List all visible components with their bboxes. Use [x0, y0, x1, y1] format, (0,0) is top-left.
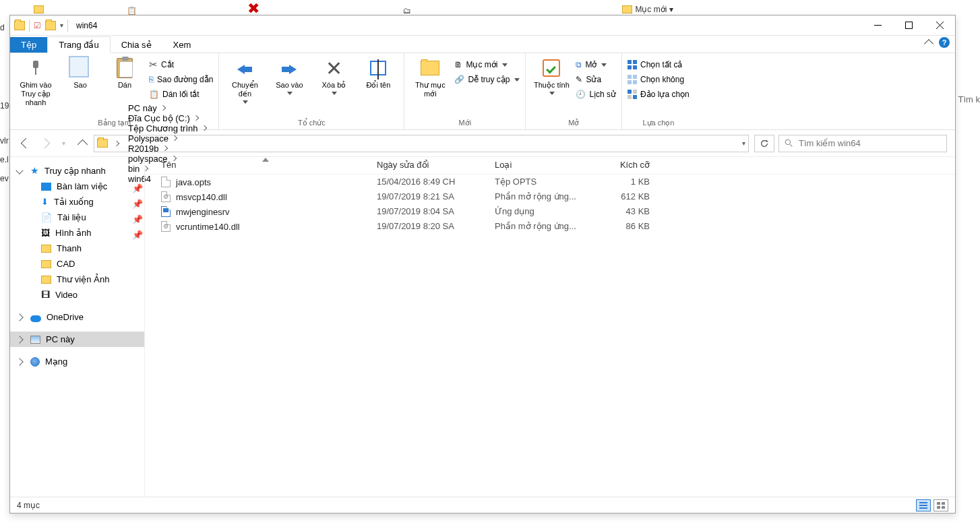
up-button[interactable]	[75, 136, 90, 151]
address-bar-row: ▾ PC nàyĐĩa Cục bộ (C:)Tệp Chương trìnhP…	[10, 130, 955, 157]
open-button[interactable]: ⧉Mở	[576, 57, 616, 72]
history-button[interactable]: 🕘Lịch sử	[576, 87, 616, 102]
recent-dropdown[interactable]: ▾	[56, 136, 71, 151]
cut-button[interactable]: ✂Cắt	[149, 57, 213, 72]
collapse-ribbon-icon[interactable]	[924, 39, 933, 49]
tab-file[interactable]: Tệp	[10, 37, 47, 53]
tab-view[interactable]: Xem	[162, 37, 202, 53]
svg-rect-1	[905, 22, 912, 29]
new-item-button[interactable]: 🗎Mục mới	[454, 57, 520, 72]
properties-button[interactable]: Thuộc tính	[531, 56, 572, 95]
new-item-icon: 🗎	[454, 60, 462, 69]
nav-quick-access[interactable]: ★Truy cập nhanh	[10, 162, 144, 179]
nav-quick-item[interactable]: ⬇Tải xuống📌	[10, 194, 144, 210]
nav-quick-item[interactable]: Thư viện Ảnh	[10, 272, 144, 287]
svg-rect-10	[942, 506, 945, 509]
breadcrumb-item[interactable]: Polyspace	[125, 133, 212, 144]
network-icon	[30, 357, 40, 367]
group-select: Chọn tất cả Chọn không Đảo lựa chọn Lựa …	[622, 53, 695, 129]
pin-icon: 📌	[132, 230, 139, 237]
nav-network[interactable]: Mạng	[10, 354, 144, 369]
group-label: Mở	[531, 117, 616, 128]
window-title: win64	[76, 21, 97, 30]
qat-check-icon[interactable]: ☑	[34, 21, 41, 30]
minimize-button[interactable]	[862, 15, 893, 36]
rename-icon	[370, 61, 386, 75]
forward-button[interactable]	[37, 136, 52, 151]
copy-button[interactable]: Sao	[60, 56, 100, 90]
copy-to-button[interactable]: Sao vào	[269, 56, 309, 95]
nav-onedrive[interactable]: OneDrive	[10, 309, 144, 325]
nav-quick-item[interactable]: Thanh	[10, 241, 144, 256]
search-input[interactable]	[799, 138, 941, 148]
invert-icon	[627, 90, 637, 99]
paste-button[interactable]: Dán	[104, 56, 145, 90]
group-label: Mới	[410, 117, 520, 128]
pin-icon	[28, 61, 43, 75]
nav-quick-item[interactable]: 🖼Hình ảnh📌	[10, 225, 144, 241]
svg-rect-7	[937, 502, 940, 505]
delete-icon: ✕	[326, 64, 342, 73]
col-name[interactable]: Tên	[161, 160, 377, 170]
nav-pane: ★Truy cập nhanh Bàn làm việc📌⬇Tải xuống📌…	[10, 157, 145, 497]
maximize-button[interactable]	[893, 15, 924, 36]
tab-home[interactable]: Trang đầu	[47, 36, 111, 53]
select-all-button[interactable]: Chọn tất cả	[627, 57, 690, 72]
folder-icon	[14, 21, 25, 30]
file-row[interactable]: mwjenginesrv19/07/2019 8:04 SAỨng dụng43…	[145, 204, 955, 219]
col-type[interactable]: Loại	[495, 160, 596, 170]
move-to-button[interactable]: Chuyển đến	[224, 56, 265, 104]
thumbnails-view-button[interactable]	[933, 499, 948, 511]
select-all-icon	[627, 60, 637, 69]
history-icon: 🕘	[576, 90, 586, 99]
tab-share[interactable]: Chia sẻ	[111, 37, 162, 53]
breadcrumb-item[interactable]: R2019b	[125, 144, 212, 154]
open-icon: ⧉	[576, 60, 582, 69]
rename-button[interactable]: Đổi tên	[358, 56, 398, 90]
easy-access-icon: 🔗	[454, 75, 464, 84]
properties-icon	[543, 59, 560, 77]
col-size[interactable]: Kích cỡ	[596, 160, 656, 170]
file-row[interactable]: java.opts15/04/2016 8:49 CHTệp OPTS1 KB	[145, 175, 955, 189]
close-button[interactable]	[924, 15, 955, 36]
paste-shortcut-button[interactable]: 📋Dán lối tắt	[149, 87, 213, 102]
nav-quick-item[interactable]: CAD	[10, 256, 144, 272]
group-open: Thuộc tính ⧉Mở ✎Sửa 🕘Lịch sử Mở	[526, 53, 622, 129]
delete-button[interactable]: ✕Xóa bỏ	[313, 56, 354, 95]
help-icon[interactable]: ?	[939, 37, 950, 48]
edit-icon: ✎	[576, 75, 582, 84]
nav-this-pc[interactable]: PC này	[10, 332, 144, 347]
paste-icon	[117, 58, 133, 78]
nav-quick-item[interactable]: Bàn làm việc📌	[10, 179, 144, 194]
nav-quick-item[interactable]: 📄Tài liệu📌	[10, 210, 144, 225]
invert-selection-button[interactable]: Đảo lựa chọn	[627, 87, 690, 102]
breadcrumb-item[interactable]: Đĩa Cục bộ (C:)	[125, 113, 212, 123]
nav-quick-item[interactable]: 🎞Video	[10, 287, 144, 303]
breadcrumb-item[interactable]: Tệp Chương trình	[125, 123, 212, 133]
svg-rect-6	[919, 507, 927, 509]
cloud-icon	[30, 315, 41, 322]
pin-quick-access-button[interactable]: Ghim vào Truy cập nhanh	[16, 56, 56, 107]
edit-button[interactable]: ✎Sửa	[576, 72, 616, 87]
address-bar[interactable]: PC nàyĐĩa Cục bộ (C:)Tệp Chương trìnhPol…	[94, 135, 749, 152]
file-row[interactable]: vcruntime140.dll19/07/2019 8:20 SAPhần m…	[145, 219, 955, 234]
details-view-button[interactable]	[916, 499, 931, 511]
easy-access-button[interactable]: 🔗Dễ truy cập	[454, 72, 520, 87]
star-icon: ★	[30, 165, 39, 176]
search-box[interactable]	[778, 135, 947, 152]
svg-rect-0	[874, 25, 882, 26]
shortcut-icon: 📋	[149, 90, 159, 99]
svg-rect-5	[919, 505, 927, 506]
select-none-button[interactable]: Chọn không	[627, 72, 690, 87]
column-headers: Tên Ngày sửa đổi Loại Kích cỡ	[145, 157, 955, 175]
new-folder-button[interactable]: Thư mục mới	[410, 56, 450, 98]
refresh-button[interactable]	[754, 135, 774, 152]
file-icon	[161, 191, 171, 202]
qat-dropdown[interactable]: ▾	[60, 22, 63, 29]
col-date[interactable]: Ngày sửa đổi	[377, 160, 495, 170]
file-row[interactable]: msvcp140.dll19/07/2019 8:21 SAPhần mở rộ…	[145, 189, 955, 204]
back-button[interactable]	[18, 136, 33, 151]
breadcrumb-item[interactable]: PC này	[125, 103, 212, 113]
copy-path-button[interactable]: ⎘Sao đường dẫn	[149, 72, 213, 87]
group-label: Lựa chọn	[627, 117, 690, 128]
